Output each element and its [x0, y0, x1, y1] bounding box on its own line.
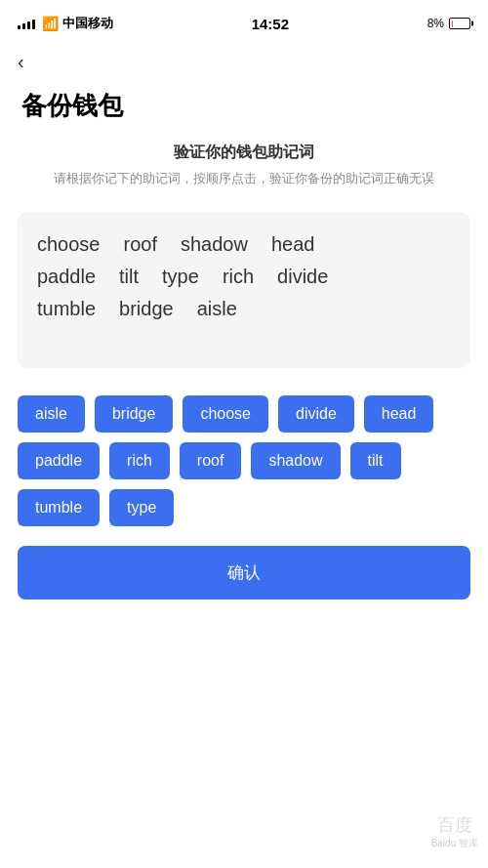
status-right: 8% [427, 17, 470, 30]
status-bar: 📶 中国移动 14:52 8% [0, 0, 488, 43]
word-buttons-container: aisle bridge choose divide head paddle r… [0, 382, 488, 540]
confirm-button[interactable]: 确认 [18, 546, 470, 599]
verify-description: 请根据你记下的助记词，按顺序点击，验证你备份的助记词正确无误 [20, 169, 468, 188]
carrier-label: 中国移动 [62, 15, 113, 32]
watermark: 百度 Baidu 智库 [431, 813, 478, 850]
word-display-row-3: tumble bridge aisle [37, 298, 451, 320]
confirm-button-container: 确认 [0, 540, 488, 619]
display-word-divide: divide [277, 266, 328, 288]
wifi-icon: 📶 [42, 16, 59, 31]
display-word-tumble: tumble [37, 298, 96, 320]
display-word-rich: rich [223, 266, 254, 288]
display-word-roof: roof [124, 233, 157, 256]
word-btn-rich[interactable]: rich [109, 442, 170, 479]
display-word-choose: choose [37, 233, 101, 256]
page-title: 备份钱包 [0, 81, 488, 143]
status-left: 📶 中国移动 [18, 15, 113, 32]
status-time: 14:52 [252, 16, 289, 32]
word-btn-roof[interactable]: roof [180, 442, 242, 479]
word-btn-bridge[interactable]: bridge [95, 395, 173, 433]
display-word-type: type [162, 266, 199, 288]
display-word-bridge: bridge [119, 298, 174, 320]
word-btn-divide[interactable]: divide [278, 395, 354, 433]
word-btn-choose[interactable]: choose [183, 395, 268, 433]
signal-icon [18, 18, 35, 29]
word-btn-shadow[interactable]: shadow [251, 442, 340, 479]
display-word-aisle: aisle [197, 298, 237, 320]
battery-icon [449, 18, 470, 29]
verify-title: 验证你的钱包助记词 [20, 143, 468, 163]
back-button[interactable]: ‹ [0, 43, 42, 81]
verify-section-header: 验证你的钱包助记词 请根据你记下的助记词，按顺序点击，验证你备份的助记词正确无误 [0, 143, 488, 198]
word-display-row-1: choose roof shadow head [37, 233, 451, 256]
display-word-tilt: tilt [119, 266, 139, 288]
word-btn-tilt[interactable]: tilt [350, 442, 401, 479]
display-word-head: head [271, 233, 315, 256]
word-display-box: choose roof shadow head paddle tilt type… [18, 212, 470, 368]
display-word-shadow: shadow [181, 233, 248, 256]
word-btn-paddle[interactable]: paddle [18, 442, 100, 479]
word-display-row-2: paddle tilt type rich divide [37, 266, 451, 288]
battery-percent-label: 8% [427, 17, 444, 30]
word-btn-tumble[interactable]: tumble [18, 489, 100, 526]
display-word-paddle: paddle [37, 266, 96, 288]
word-btn-aisle[interactable]: aisle [18, 395, 85, 433]
word-btn-type[interactable]: type [109, 489, 174, 526]
word-btn-head[interactable]: head [364, 395, 434, 433]
